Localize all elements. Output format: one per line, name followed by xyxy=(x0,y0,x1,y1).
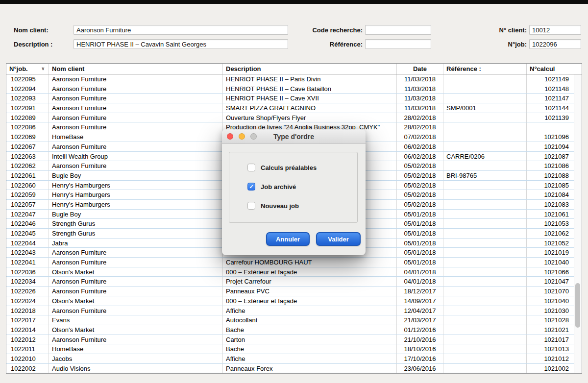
cell-job: 1022059 xyxy=(6,190,49,199)
header-job[interactable]: ∨ N°job. xyxy=(6,64,49,74)
table-row[interactable]: 1022002Audio VisionsPanneaux Forex23/06/… xyxy=(6,364,574,373)
n-job-input[interactable] xyxy=(529,39,581,49)
cell-date: 11/03/2018 xyxy=(397,74,443,84)
checkbox-label: Calculs préalables xyxy=(261,164,317,171)
table-row[interactable]: 1022095Aaronson FurnitureHENRIOT PHASE I… xyxy=(6,74,574,84)
cell-client: Evans xyxy=(49,315,223,325)
header-job-label: N°job. xyxy=(9,65,28,72)
cell-date: 05/01/2018 xyxy=(397,258,443,267)
cell-reference xyxy=(443,354,527,363)
cell-calcul: 1021040 xyxy=(527,258,574,267)
scrollbar-thumb[interactable] xyxy=(575,283,580,328)
table-row[interactable]: 1022010JacobsAffiche17/10/20161021012 xyxy=(6,354,574,364)
cell-job: 1022002 xyxy=(6,364,49,373)
cell-client: Aaronson Furniture xyxy=(49,142,223,151)
cell-reference xyxy=(443,161,527,170)
cell-calcul: 1021012 xyxy=(527,354,574,363)
cell-calcul: 1021047 xyxy=(527,277,574,286)
cell-client: Aaronson Furniture xyxy=(49,84,223,94)
cell-date: 05/01/2018 xyxy=(397,248,443,257)
table-row[interactable]: 1022041Aaronson FurnitureCarrefour HOMBO… xyxy=(6,258,574,267)
cell-description: Autocollant xyxy=(223,315,397,325)
cell-date: 05/01/2018 xyxy=(397,229,443,238)
cell-calcul: 1021052 xyxy=(527,239,574,248)
table-row[interactable]: 1022012Aaronson FurnitureCarton21/10/201… xyxy=(6,335,574,345)
cell-job: 1022043 xyxy=(6,248,49,257)
header-reference[interactable]: Référence : xyxy=(443,64,527,74)
table-row[interactable]: 1022017EvansAutocollant21/03/20171021028 xyxy=(6,315,574,325)
cell-job: 1022017 xyxy=(6,315,49,325)
cell-calcul: 1021053 xyxy=(527,219,574,228)
header-date[interactable]: Date xyxy=(397,64,443,74)
cell-job: 1022069 xyxy=(6,132,49,142)
cell-calcul: 1021088 xyxy=(527,171,574,180)
table-row[interactable]: 1022036Olson's Market000 – Extérieur et … xyxy=(6,267,574,277)
cell-client: Strength Gurus xyxy=(49,229,223,238)
description-input[interactable] xyxy=(74,39,288,49)
cell-client: Intelli Wealth Group xyxy=(49,152,223,161)
table-row[interactable]: 1022014Olson's MarketBache01/12/20161021… xyxy=(6,325,574,335)
cell-date: 17/10/2016 xyxy=(397,354,443,363)
cell-calcul: 1021085 xyxy=(527,181,574,190)
cell-job: 1022024 xyxy=(6,296,49,306)
cell-reference xyxy=(443,325,527,335)
cell-reference xyxy=(443,335,527,344)
cell-job: 1022061 xyxy=(6,171,49,180)
table-row[interactable]: 1022034Aaronson FurnitureProjet Carrefou… xyxy=(6,277,574,287)
cell-job: 1022095 xyxy=(6,74,49,84)
table-row[interactable]: 1022091Aaronson FurnitureSMART PIZZA GRA… xyxy=(6,103,574,113)
reference-input[interactable] xyxy=(365,39,431,49)
chevron-down-icon[interactable]: ∨ xyxy=(41,64,45,74)
valider-button[interactable]: Valider xyxy=(316,232,361,246)
checkbox-job-archive[interactable]: ✓ Job archivé xyxy=(247,182,296,191)
cell-date: 05/02/2018 xyxy=(397,171,443,180)
nom-client-label: Nom client: xyxy=(14,26,49,34)
table-row[interactable]: 1022026Aaronson FurniturePanneaux PVC18/… xyxy=(6,287,574,296)
cell-calcul: 1021087 xyxy=(527,152,574,161)
cell-client: Henry's Hamburgers xyxy=(49,181,223,190)
table-row[interactable]: 1022089Aaronson FurnitureOuverture Shop/… xyxy=(6,113,574,123)
n-client-input[interactable] xyxy=(529,25,581,35)
cell-client: Olson's Market xyxy=(49,325,223,335)
dialog-titlebar[interactable]: Type d'ordre xyxy=(222,129,366,144)
cell-reference xyxy=(443,344,527,354)
table-row[interactable]: 1022018Aaronson FurnitureAffiche12/04/20… xyxy=(6,306,574,316)
cell-reference xyxy=(443,277,527,286)
n-job-label: N°job: xyxy=(461,41,527,48)
annuler-button[interactable]: Annuler xyxy=(266,232,310,246)
table-row[interactable]: 1022024Olson's Market000 – Extérieur et … xyxy=(6,296,574,306)
cell-reference xyxy=(443,315,527,325)
cell-calcul: 1021096 xyxy=(527,132,574,142)
vertical-scrollbar[interactable] xyxy=(574,74,582,373)
checkbox-icon[interactable]: ✓ xyxy=(247,164,255,171)
cell-calcul: 1021084 xyxy=(527,190,574,199)
cell-client: Aaronson Furniture xyxy=(49,258,223,267)
type-ordre-dialog: Type d'ordre ✓ Calculs préalables ✓ Job … xyxy=(222,129,366,255)
cell-job: 1022041 xyxy=(6,258,49,267)
cell-client: Aaronson Furniture xyxy=(49,94,223,103)
header-calcul[interactable]: N°calcul xyxy=(527,64,582,74)
checkbox-checked-icon[interactable]: ✓ xyxy=(247,183,255,191)
table-row[interactable]: 1022093Aaronson FurnitureHENRIOT PHASE I… xyxy=(6,94,574,103)
cell-date: 04/01/2018 xyxy=(397,277,443,286)
table-row[interactable]: 1022011HomeBaseBache18/10/20161021013 xyxy=(6,344,574,354)
cell-reference xyxy=(443,306,527,315)
cell-client: Bugle Boy xyxy=(49,171,223,180)
cell-reference: BRI-98765 xyxy=(443,171,527,180)
cell-date: 28/02/2018 xyxy=(397,122,443,132)
cell-reference xyxy=(443,258,527,267)
table-row[interactable]: 1022094Aaronson FurnitureHENRIOT PHASE I… xyxy=(6,84,574,94)
checkbox-icon[interactable]: ✓ xyxy=(247,202,255,210)
header-nom-client[interactable]: Nom client xyxy=(49,64,223,74)
cell-calcul: 1021017 xyxy=(527,335,574,344)
cell-description: Projet Carrefour xyxy=(223,277,397,286)
cell-description: 000 – Extérieur et façade xyxy=(223,267,397,277)
header-description[interactable]: Description xyxy=(223,64,397,74)
checkbox-calculs-prealables[interactable]: ✓ Calculs préalables xyxy=(247,163,317,172)
nom-client-input[interactable] xyxy=(74,25,288,35)
cell-calcul xyxy=(527,122,574,132)
code-recherche-input[interactable] xyxy=(365,25,431,35)
checkbox-nouveau-job[interactable]: ✓ Nouveau job xyxy=(247,201,299,210)
cell-calcul: 1021028 xyxy=(527,315,574,325)
cell-description: 000 – Extérieur et façade xyxy=(223,296,397,306)
